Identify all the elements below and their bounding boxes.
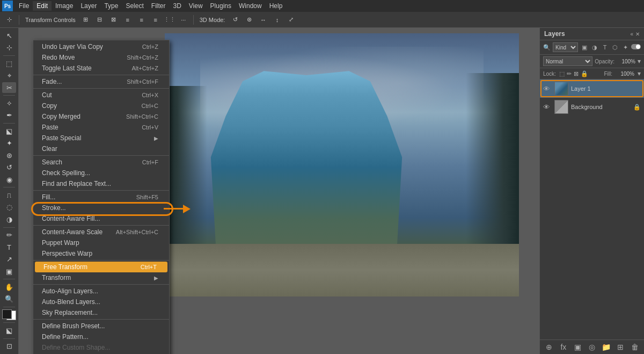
artboard-tool[interactable]: ⊹ [2, 42, 16, 54]
marquee-tool[interactable]: ⬚ [2, 58, 16, 69]
menu-help[interactable]: Help [266, 1, 287, 11]
sky-replacement[interactable]: Sky Replacement... [33, 307, 169, 318]
align-center-btn[interactable]: ⊟ [94, 14, 106, 26]
puppet-warp[interactable]: Puppet Warp [33, 237, 169, 248]
quick-select-tool[interactable]: ✂ [2, 82, 16, 93]
opacity-chevron[interactable]: ▾ [638, 57, 641, 65]
healing-brush-tool[interactable]: ⬕ [2, 126, 16, 137]
foreground-color[interactable] [2, 309, 12, 319]
menu-filter[interactable]: Filter [148, 1, 170, 11]
menu-plugins[interactable]: Plugins [207, 1, 235, 11]
menu-3d[interactable]: 3D [169, 1, 185, 11]
stroke[interactable]: Stroke... [33, 203, 169, 213]
blur-tool[interactable]: ◌ [2, 202, 16, 213]
auto-blend-layers[interactable]: Auto-Blend Layers... [33, 297, 169, 307]
menu-layer[interactable]: Layer [77, 1, 100, 11]
color-swatches[interactable] [2, 309, 16, 321]
quick-mask-btn[interactable]: ⬕ [2, 325, 16, 336]
free-transform[interactable]: Free Transform Ctrl+T [35, 262, 167, 272]
fill[interactable]: Fill... Shift+F5 [33, 192, 169, 203]
history-brush-tool[interactable]: ↺ [2, 162, 16, 173]
layer-mask-icon[interactable]: ▣ [572, 343, 583, 351]
smart-filter-icon[interactable]: ✦ [621, 44, 630, 51]
redo-move[interactable]: Redo Move Shift+Ctrl+Z [33, 52, 169, 63]
screen-mode-btn[interactable]: ⊡ [2, 341, 16, 352]
align-middle-btn[interactable]: ≡ [136, 14, 148, 26]
3d-slide-btn[interactable]: ↕ [271, 14, 283, 26]
adjustment-filter-icon[interactable]: ◑ [590, 44, 599, 51]
shape-tool[interactable]: ▣ [2, 266, 16, 277]
new-layer-icon[interactable]: ⊞ [614, 343, 626, 351]
menu-file[interactable]: File [15, 1, 33, 11]
move-tool[interactable]: ↖ [2, 30, 16, 41]
define-brush-preset[interactable]: Define Brush Preset... [33, 321, 169, 331]
hand-tool[interactable]: ✋ [2, 281, 16, 293]
delete-layer-icon[interactable]: 🗑 [629, 343, 641, 351]
lock-pixels-icon[interactable]: ⬚ [559, 70, 565, 77]
lock-all-icon[interactable]: 🔒 [581, 70, 588, 77]
kind-select[interactable]: Kind [553, 42, 578, 52]
clear[interactable]: Clear [33, 143, 169, 154]
content-aware-fill[interactable]: Content-Aware Fill... [33, 213, 169, 224]
undo-layer-via-copy[interactable]: Undo Layer Via Copy Ctrl+Z [33, 41, 169, 52]
stamp-tool[interactable]: ⊛ [2, 150, 16, 161]
content-aware-scale[interactable]: Content-Aware Scale Alt+Shift+Ctrl+C [33, 227, 169, 237]
layer1-visibility-icon[interactable]: 👁 [543, 85, 552, 93]
3d-orbit-btn[interactable]: ⊛ [243, 14, 255, 26]
menu-edit[interactable]: Edit [33, 1, 52, 11]
copy[interactable]: Copy Ctrl+C [33, 100, 169, 111]
distribute-btn[interactable]: ⋮⋮ [164, 14, 175, 26]
copy-merged[interactable]: Copy Merged Shift+Ctrl+C [33, 111, 169, 122]
transform[interactable]: Transform ▶ [33, 272, 169, 283]
perspective-warp[interactable]: Perspective Warp [33, 248, 169, 259]
panel-close-btn[interactable]: ✕ [635, 31, 640, 37]
define-pattern[interactable]: Define Pattern... [33, 331, 169, 342]
lock-artboard-icon[interactable]: ⊠ [574, 70, 579, 77]
auto-align-layers[interactable]: Auto-Align Layers... [33, 286, 169, 297]
paste[interactable]: Paste Ctrl+V [33, 122, 169, 133]
path-selection-tool[interactable]: ↗ [2, 254, 16, 265]
panel-collapse-btn[interactable]: « [630, 31, 633, 37]
3d-pan-btn[interactable]: ↔ [257, 14, 269, 26]
menu-view[interactable]: View [185, 1, 207, 11]
eraser-tool[interactable]: ◉ [2, 174, 16, 185]
lock-position-icon[interactable]: ✏ [567, 70, 572, 77]
dodge-tool[interactable]: ◑ [2, 214, 16, 225]
paste-special[interactable]: Paste Special ▶ [33, 133, 169, 143]
align-right-btn[interactable]: ⊠ [108, 14, 120, 26]
3d-rotate-btn[interactable]: ↺ [229, 14, 241, 26]
toggle-last-state[interactable]: Toggle Last State Alt+Ctrl+Z [33, 63, 169, 74]
shape-filter-icon[interactable]: ⬡ [611, 44, 619, 51]
lasso-tool[interactable]: ⌖ [2, 70, 16, 81]
gradient-tool[interactable]: ⎍ [2, 190, 16, 201]
blend-mode-select[interactable]: Normal [543, 56, 592, 66]
check-spelling[interactable]: Check Spelling... [33, 168, 169, 178]
cut[interactable]: Cut Ctrl+X [33, 90, 169, 100]
3d-scale-btn[interactable]: ⤢ [285, 14, 297, 26]
link-layers-icon[interactable]: ⊕ [543, 343, 555, 351]
menu-image[interactable]: Image [52, 1, 77, 11]
pixel-filter-icon[interactable]: ▣ [580, 44, 589, 51]
layer-effects-icon[interactable]: fx [558, 343, 569, 351]
more-options-btn[interactable]: ··· [178, 14, 189, 26]
search[interactable]: Search Ctrl+F [33, 157, 169, 168]
adjustment-layer-icon[interactable]: ◎ [586, 343, 598, 351]
brush-tool[interactable]: ✦ [2, 138, 16, 149]
filter-toggle[interactable] [631, 44, 641, 49]
crop-tool[interactable]: ⟡ [2, 98, 16, 109]
text-tool[interactable]: T [2, 242, 16, 253]
menu-select[interactable]: Select [122, 1, 147, 11]
new-group-icon[interactable]: 📁 [601, 343, 612, 351]
type-filter-icon[interactable]: T [601, 44, 609, 51]
layer-item-layer1[interactable]: 👁 Layer 1 [540, 80, 644, 98]
fill-chevron[interactable]: ▾ [638, 70, 641, 77]
align-left-btn[interactable]: ⊞ [80, 14, 92, 26]
menu-type[interactable]: Type [100, 1, 122, 11]
move-btn[interactable]: ⊹ [3, 14, 15, 26]
align-top-btn[interactable]: ≡ [122, 14, 134, 26]
zoom-tool[interactable]: 🔍 [2, 294, 16, 305]
find-replace[interactable]: Find and Replace Text... [33, 178, 169, 189]
fade[interactable]: Fade... Shift+Ctrl+F [33, 76, 169, 87]
align-bottom-btn[interactable]: ≡ [150, 14, 162, 26]
pen-tool[interactable]: ✏ [2, 229, 16, 241]
